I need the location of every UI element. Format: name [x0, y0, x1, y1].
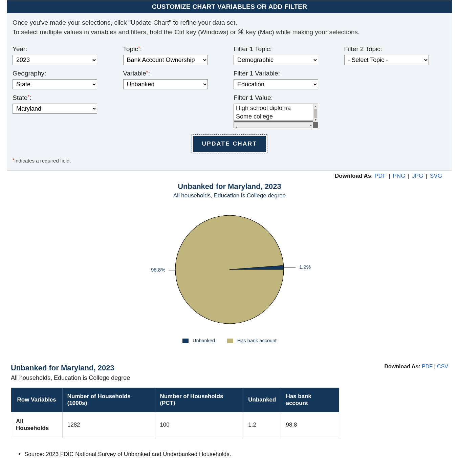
scroll-up-icon[interactable]: ▴	[313, 104, 318, 109]
state-select[interactable]: Maryland	[13, 104, 97, 114]
instructions-line2: To select multiple values in variables a…	[13, 28, 359, 36]
geography-select[interactable]: State	[13, 79, 97, 89]
geography-label: Geography:	[13, 70, 115, 77]
topic-select[interactable]: Bank Account Ownership	[123, 55, 208, 65]
chart-title: Unbanked for Maryland, 2023	[7, 182, 452, 191]
table-cell: All Households	[11, 412, 63, 438]
scroll-left-icon[interactable]: ◂	[234, 124, 239, 128]
table-row: All Households 1282 100 1.2 98.8	[11, 412, 339, 438]
scroll-right-icon[interactable]: ▸	[308, 123, 313, 128]
table-header: Has bank account	[281, 388, 339, 412]
pie-label-hasbank: 98.8%	[151, 267, 166, 273]
table-subtitle: All households, Education is College deg…	[11, 374, 130, 382]
table-header: Number of Households (1000s)	[62, 388, 155, 412]
year-label: Year:	[13, 45, 115, 53]
topic-label: Topic*:	[123, 45, 226, 53]
chart-download-bar: Download As: PDF | PNG | JPG | SVG	[7, 171, 452, 180]
table-cell: 100	[155, 412, 243, 438]
table-title: Unbanked for Maryland, 2023	[11, 364, 130, 372]
legend-swatch-icon	[227, 339, 233, 343]
filter2-topic-select[interactable]: - Select Topic -	[344, 55, 429, 65]
update-chart-button[interactable]: UPDATE CHART	[193, 136, 266, 152]
instructions: Once you've made your selections, click …	[13, 18, 446, 37]
legend-swatch-icon	[182, 339, 189, 343]
table-header: Number of Households (PCT)	[155, 388, 243, 412]
scrollbar-vertical[interactable]: ▴ ▾	[313, 104, 318, 122]
download-svg-link[interactable]: SVG	[430, 173, 442, 179]
data-table: Row Variables Number of Households (1000…	[11, 388, 339, 438]
filter1-value-multiselect[interactable]: High school diploma Some college College…	[234, 104, 318, 128]
table-cell: 98.8	[281, 412, 339, 438]
download-jpg-link[interactable]: JPG	[412, 173, 423, 179]
chart-subtitle: All households, Education is College deg…	[7, 192, 452, 199]
table-cell: 1282	[62, 412, 155, 438]
filter1-variable-select[interactable]: Education	[234, 79, 318, 89]
year-select[interactable]: 2023	[13, 55, 97, 65]
source-note: Source: 2023 FDIC National Survey of Unb…	[24, 451, 448, 458]
filter1-value-option[interactable]: Some college	[234, 112, 318, 121]
filter2-topic-label: Filter 2 Topic:	[344, 45, 447, 53]
table-header: Unbanked	[243, 388, 281, 412]
filter1-value-label: Filter 1 Value:	[234, 94, 336, 102]
state-label: State*:	[13, 94, 115, 102]
chart-legend: Unbanked Has bank account	[7, 338, 452, 343]
table-header-row: Row Variables Number of Households (1000…	[11, 388, 339, 412]
scrollbar-horizontal[interactable]: ◂ ▸	[234, 122, 313, 128]
table-download-pdf-link[interactable]: PDF	[422, 364, 433, 369]
table-cell: 1.2	[243, 412, 281, 438]
filter1-value-option[interactable]: High school diploma	[234, 104, 318, 112]
download-png-link[interactable]: PNG	[393, 173, 405, 179]
variable-select[interactable]: Unbanked	[123, 79, 208, 89]
panel-title: CUSTOMIZE CHART VARIABLES OR ADD FILTER	[7, 0, 452, 13]
variable-label: Variable*:	[123, 70, 226, 77]
required-footnote: *indicates a required field.	[13, 158, 446, 164]
filter1-topic-label: Filter 1 Topic:	[234, 45, 336, 53]
pie-label-unbanked: 1.2%	[299, 264, 311, 270]
download-pdf-link[interactable]: PDF	[375, 173, 386, 179]
legend-item-hasbank: Has bank account	[227, 338, 277, 343]
table-download-csv-link[interactable]: CSV	[437, 364, 448, 369]
pie-chart: 1.2% 98.8%	[135, 209, 324, 330]
instructions-line1: Once you've made your selections, click …	[13, 19, 237, 26]
table-header: Row Variables	[11, 388, 63, 412]
filter1-topic-select[interactable]: Demographic	[234, 55, 318, 65]
scroll-down-icon[interactable]: ▾	[313, 117, 318, 122]
filter1-variable-label: Filter 1 Variable:	[234, 70, 336, 77]
legend-item-unbanked: Unbanked	[182, 338, 215, 343]
table-download-bar: Download As: PDF | CSV	[385, 364, 449, 370]
chart-area: Unbanked for Maryland, 2023 All househol…	[7, 180, 452, 353]
filter-panel: CUSTOMIZE CHART VARIABLES OR ADD FILTER …	[7, 0, 452, 171]
